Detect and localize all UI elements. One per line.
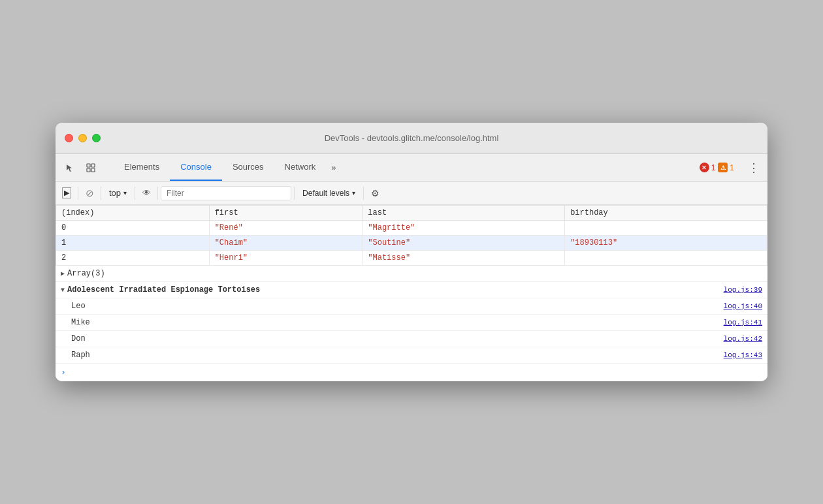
cell-birthday-1: "18930113" [570, 238, 617, 247]
log-source-43[interactable]: log.js:43 [724, 351, 762, 359]
col-header-index: (index) [56, 206, 210, 221]
prompt-icon: › [61, 368, 66, 377]
tab-bar: Elements Console Sources Network » ✕ 1 [56, 154, 767, 181]
toolbar-divider3 [135, 187, 135, 200]
console-table: (index) first last birthday 0 "René" "Ma… [56, 205, 767, 266]
log-item-mike: Mike log.js:41 [56, 315, 767, 331]
tab-bar-left-icons [61, 154, 108, 181]
log-item-leo: Leo log.js:40 [56, 298, 767, 315]
tab-elements[interactable]: Elements [114, 154, 170, 181]
log-source-41[interactable]: log.js:41 [724, 319, 762, 326]
toolbar-divider6 [363, 187, 364, 200]
log-group-title: Adolescent Irradiated Espionage Tortoise… [67, 285, 724, 294]
col-header-birthday: birthday [565, 206, 767, 221]
cell-first-1: "Chaim" [215, 238, 248, 247]
error-badge[interactable]: ✕ 1 [700, 163, 716, 172]
block-button[interactable]: ⊘ [81, 185, 98, 202]
array-expand[interactable]: ▶ Array(3) [56, 266, 767, 282]
window-title: DevTools - devtools.glitch.me/console/lo… [325, 133, 499, 143]
toolbar-divider5 [294, 187, 295, 200]
more-options-button[interactable]: ⋮ [745, 161, 762, 175]
levels-button[interactable]: Default levels ▾ [297, 187, 361, 199]
cell-last-0: "Magritte" [368, 223, 415, 232]
col-header-last: last [363, 206, 565, 221]
log-item-raph: Raph log.js:43 [56, 347, 767, 364]
play-button[interactable]: ▶ [58, 185, 75, 202]
chevron-right-icon: ▶ [61, 270, 65, 277]
tab-sources[interactable]: Sources [222, 154, 274, 181]
gear-button[interactable]: ⚙ [366, 185, 383, 202]
title-bar: DevTools - devtools.glitch.me/console/lo… [56, 123, 767, 154]
minimize-button[interactable] [78, 134, 87, 142]
warn-badge[interactable]: ⚠ 1 [718, 163, 734, 172]
warn-icon: ⚠ [718, 163, 728, 172]
tab-bar-right: ✕ 1 ⚠ 1 ⋮ [700, 154, 762, 181]
context-selector[interactable]: top ▾ [104, 187, 132, 199]
log-item-don: Don log.js:42 [56, 331, 767, 347]
dropdown-arrow-icon: ▾ [123, 189, 127, 197]
cell-last-1: "Soutine" [368, 238, 410, 247]
eye-button[interactable]: 👁 [138, 185, 155, 202]
console-content: (index) first last birthday 0 "René" "Ma… [56, 205, 767, 381]
maximize-button[interactable] [92, 134, 101, 142]
cell-last-2: "Matisse" [368, 253, 410, 262]
log-source-39[interactable]: log.js:39 [724, 286, 762, 294]
toolbar-divider1 [78, 187, 78, 200]
svg-rect-0 [87, 164, 90, 167]
inspect-icon[interactable] [82, 159, 100, 177]
devtools-window: DevTools - devtools.glitch.me/console/lo… [56, 123, 767, 381]
filter-input[interactable] [161, 186, 291, 200]
tabs-container: Elements Console Sources Network » [114, 154, 700, 181]
toolbar-divider4 [157, 187, 158, 200]
error-icon: ✕ [700, 163, 709, 172]
svg-rect-3 [91, 168, 95, 172]
cell-birthday-0 [565, 221, 767, 236]
tab-network[interactable]: Network [274, 154, 327, 181]
cursor-icon[interactable] [61, 159, 79, 177]
console-toolbar: ▶ ⊘ top ▾ 👁 Default levels ▾ ⚙ [56, 181, 767, 205]
close-button[interactable] [65, 134, 73, 142]
tab-more[interactable]: » [326, 154, 341, 181]
cell-first-0: "René" [215, 223, 243, 232]
levels-arrow-icon: ▾ [352, 189, 355, 197]
col-header-first: first [209, 206, 363, 221]
warn-count: 1 [730, 163, 734, 172]
traffic-lights [65, 134, 101, 142]
error-count: 1 [711, 163, 716, 172]
log-source-40[interactable]: log.js:40 [724, 302, 762, 310]
array-label: Array(3) [67, 269, 105, 278]
toolbar-divider2 [101, 187, 101, 200]
log-source-42[interactable]: log.js:42 [724, 335, 762, 343]
chevron-down-icon: ▼ [61, 287, 65, 294]
cell-birthday-2 [565, 251, 767, 266]
tab-console[interactable]: Console [170, 154, 222, 181]
svg-rect-2 [87, 168, 90, 172]
svg-rect-1 [91, 164, 95, 167]
table-row: 0 "René" "Magritte" [56, 221, 767, 236]
table-row: 1 "Chaim" "Soutine" "18930113" [56, 236, 767, 251]
log-group-header[interactable]: ▼ Adolescent Irradiated Espionage Tortoi… [56, 282, 767, 298]
table-row: 2 "Henri" "Matisse" [56, 251, 767, 266]
prompt-line: › [56, 364, 767, 381]
cell-first-2: "Henri" [215, 253, 248, 262]
